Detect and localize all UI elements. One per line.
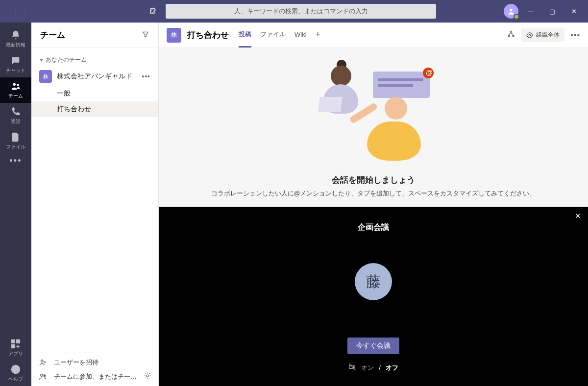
channel-team-badge: 株 [167,28,181,43]
camera-off-option[interactable]: オフ [386,363,398,372]
join-create-label: チームに参加、またはチームを... [54,372,138,381]
channel-meeting[interactable]: 打ち合わせ [31,101,158,117]
rail-calls[interactable]: 通話 [0,103,31,128]
camera-on-option[interactable]: オン [361,363,374,372]
title-bar: 〈 〉 人、キーワードの検索、またはコマンドの入力 ─ ▢ ✕ [0,0,588,23]
manage-teams-gear-icon[interactable] [144,372,151,381]
org-wide-label: 組織全体 [536,31,560,39]
team-more-icon[interactable]: ••• [142,72,150,80]
join-team-icon [38,372,48,381]
channel-more-icon[interactable]: ••• [570,31,580,40]
filter-icon[interactable] [142,30,149,40]
rail-label: ヘルプ [8,376,23,383]
rail-label: アプリ [8,350,23,357]
your-teams-toggle[interactable]: あなたのチーム [31,53,158,67]
rail-files[interactable]: ファイル [0,128,31,154]
camera-off-icon [348,363,356,372]
close-button[interactable]: ✕ [564,4,583,19]
svg-rect-5 [17,340,20,343]
back-button[interactable]: 〈 [8,5,20,17]
rail-label: チーム [8,93,23,99]
rail-activity[interactable]: 最新情報 [0,26,31,52]
svg-point-12 [511,31,512,32]
rail-label: ファイル [6,144,25,150]
tab-wiki[interactable]: Wiki [294,23,307,48]
invite-label: ユーザーを招待 [54,358,151,367]
forward-button[interactable]: 〉 [21,5,32,17]
sidebar-title: チーム [40,29,142,41]
empty-illustration: @ [317,63,430,161]
presence-available-icon [514,14,519,20]
meeting-preview-panel: ✕ 企画会議 藤 今すぐ会議 オン / オフ [159,207,588,386]
empty-state: @ 会話を開始しましょう コラボレーションしたい人に@メンションしたり、タブを追… [159,48,588,207]
empty-desc: コラボレーションしたい人に@メンションしたり、タブを追加して、スペースをカスタマ… [211,190,536,198]
team-row[interactable]: 株 株式会社アバンギャルド ••• [31,67,158,86]
meeting-close-button[interactable]: ✕ [575,212,581,220]
channel-title: 打ち合わせ [187,29,229,41]
svg-point-15 [529,34,531,36]
team-badge: 株 [39,70,52,83]
invite-icon [38,358,48,367]
rail-label: 最新情報 [6,42,25,48]
add-tab-button[interactable]: + [316,23,321,48]
minimize-button[interactable]: ─ [521,4,540,19]
tab-posts[interactable]: 投稿 [239,23,251,48]
camera-sep: / [379,364,381,371]
empty-title: 会話を開始しましょう [332,174,415,186]
channel-general[interactable]: 一般 [31,86,158,101]
teams-sidebar: チーム あなたのチーム 株 株式会社アバンギャルド ••• 一般 打ち合わせ ユ… [31,23,159,386]
rail-more-icon[interactable]: ••• [10,156,22,166]
meeting-title: 企画会議 [358,222,389,233]
team-name: 株式会社アバンギャルド [57,72,137,81]
org-chart-icon[interactable] [507,30,515,41]
svg-rect-6 [12,345,15,348]
app-rail: 最新情報 チャット チーム 通話 ファイル ••• アプリ ヘルプ [0,23,31,386]
maximize-button[interactable]: ▢ [543,4,562,19]
svg-point-3 [17,84,19,86]
rail-label: 通話 [11,118,21,125]
svg-rect-4 [12,340,15,343]
rail-help[interactable]: ヘルプ [0,361,31,386]
compose-icon[interactable] [146,4,160,18]
invite-users-link[interactable]: ユーザーを招待 [38,358,151,367]
meeting-avatar: 藤 [355,263,392,300]
rail-teams[interactable]: チーム [0,77,31,103]
search-input[interactable]: 人、キーワードの検索、またはコマンドの入力 [166,4,436,19]
join-create-team-link[interactable]: チームに参加、またはチームを... [38,372,151,381]
svg-point-8 [41,360,44,362]
rail-chat[interactable]: チャット [0,52,31,77]
camera-toggle-row: オン / オフ [348,363,398,372]
svg-point-11 [147,375,148,377]
org-wide-pill[interactable]: 組織全体 [521,28,564,42]
svg-point-2 [13,83,16,86]
user-avatar[interactable] [504,4,518,19]
rail-apps[interactable]: アプリ [0,335,31,361]
svg-point-1 [510,9,512,11]
meet-now-button[interactable]: 今すぐ会議 [347,338,399,354]
main-area: 株 打ち合わせ 投稿 ファイル Wiki + 組織全体 ••• [159,23,588,386]
svg-point-14 [513,35,514,37]
rail-label: チャット [6,67,25,74]
svg-point-13 [508,35,510,37]
channel-header: 株 打ち合わせ 投稿 ファイル Wiki + 組織全体 ••• [159,23,588,48]
svg-point-9 [41,374,43,376]
tab-files[interactable]: ファイル [260,23,286,48]
